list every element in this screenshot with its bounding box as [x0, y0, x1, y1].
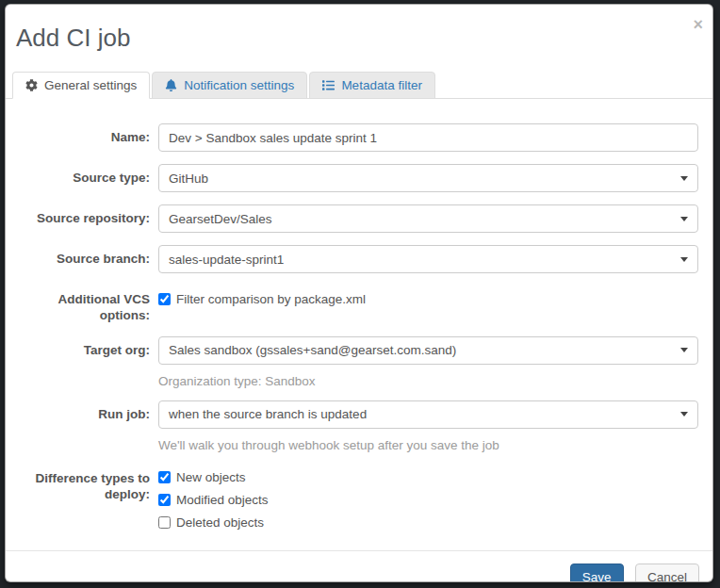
tab-metadata-filter[interactable]: Metadata filter	[309, 72, 435, 99]
chevron-down-icon	[680, 176, 688, 181]
target-org-label: Target org:	[6, 336, 150, 359]
general-settings-panel: Name: Source type: GitHub Source reposit…	[6, 99, 712, 550]
target-org-value: Sales sandbox (gssales+sand@gearset.com.…	[169, 343, 456, 357]
run-job-row: Run job: when the source branch is updat…	[6, 400, 705, 452]
new-objects-checkbox[interactable]	[158, 471, 171, 483]
filter-package-xml-checkbox[interactable]	[158, 293, 171, 305]
gear-icon	[25, 79, 38, 91]
chevron-down-icon	[680, 257, 688, 262]
source-branch-value: sales-update-sprint1	[169, 253, 284, 267]
tab-label: Metadata filter	[341, 78, 422, 92]
bell-icon	[165, 79, 177, 91]
checkbox-label: Deleted objects	[176, 515, 264, 530]
tab-label: General settings	[44, 78, 137, 92]
source-branch-label: Source branch:	[6, 245, 150, 268]
source-repository-label: Source repository:	[6, 204, 150, 227]
name-input[interactable]	[158, 123, 698, 152]
deleted-objects-checkbox[interactable]	[158, 516, 171, 529]
tab-notification-settings[interactable]: Notification settings	[152, 72, 307, 99]
filter-package-xml-option: Filter comparison by package.xml	[158, 286, 698, 306]
tab-label: Notification settings	[184, 78, 294, 92]
run-job-label: Run job:	[6, 400, 150, 423]
list-icon	[322, 79, 335, 91]
source-branch-select[interactable]: sales-update-sprint1	[158, 245, 698, 273]
chevron-down-icon	[680, 348, 688, 352]
vcs-options-row: Additional VCS options: Filter compariso…	[6, 286, 705, 324]
source-branch-row: Source branch: sales-update-sprint1	[6, 245, 705, 273]
dialog-header: Add CI job ×	[6, 5, 712, 72]
source-type-label: Source type:	[6, 164, 150, 187]
dialog-footer: Save Cancel	[6, 550, 712, 582]
source-type-select[interactable]: GitHub	[158, 164, 698, 192]
run-job-value: when the source branch is updated	[169, 407, 367, 421]
vcs-options-label: Additional VCS options:	[6, 286, 150, 324]
source-repository-row: Source repository: GearsetDev/Sales	[6, 204, 705, 233]
chevron-down-icon	[680, 217, 688, 221]
source-repository-select[interactable]: GearsetDev/Sales	[158, 204, 698, 233]
add-ci-job-dialog: Add CI job × General settings Notificati…	[5, 4, 713, 582]
source-repository-value: GearsetDev/Sales	[169, 212, 272, 226]
checkbox-label: Filter comparison by package.xml	[176, 292, 366, 306]
new-objects-option: New objects	[158, 470, 698, 484]
modified-objects-option: Modified objects	[158, 493, 698, 507]
save-button[interactable]: Save	[570, 564, 624, 582]
run-job-helper: We'll walk you through webhook setup aft…	[158, 438, 698, 452]
close-icon[interactable]: ×	[693, 16, 703, 33]
checkbox-label: New objects	[176, 470, 246, 484]
tab-bar: General settings Notification settings M…	[6, 72, 712, 99]
modified-objects-checkbox[interactable]	[158, 494, 171, 506]
source-type-value: GitHub	[169, 172, 208, 186]
deleted-objects-option: Deleted objects	[158, 515, 698, 530]
target-org-row: Target org: Sales sandbox (gssales+sand@…	[6, 336, 705, 388]
diff-types-row: Difference types to deploy: New objects …	[6, 465, 705, 538]
checkbox-label: Modified objects	[176, 493, 269, 507]
cancel-button[interactable]: Cancel	[635, 564, 699, 582]
run-job-select[interactable]: when the source branch is updated	[158, 400, 698, 429]
diff-types-label: Difference types to deploy:	[6, 465, 150, 503]
source-type-row: Source type: GitHub	[6, 164, 705, 192]
tab-general-settings[interactable]: General settings	[12, 72, 150, 99]
chevron-down-icon	[680, 412, 688, 416]
name-row: Name:	[6, 123, 705, 152]
target-org-select[interactable]: Sales sandbox (gssales+sand@gearset.com.…	[158, 336, 698, 365]
page-title: Add CI job	[16, 24, 698, 53]
target-org-helper: Organization type: Sandbox	[158, 374, 698, 388]
name-label: Name:	[6, 123, 150, 146]
